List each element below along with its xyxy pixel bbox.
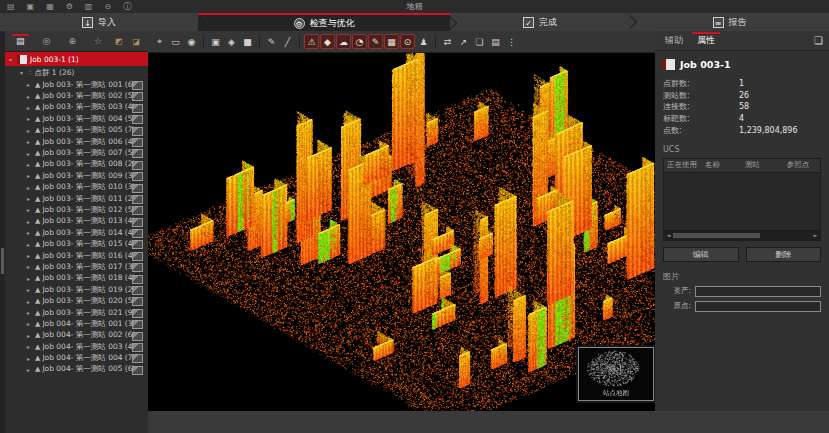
- tree-station-row[interactable]: ▸▲Job 004- 第一测站 001 (3): [5, 318, 148, 329]
- tree-root-job[interactable]: ▾ Job 003-1 (1): [5, 52, 148, 66]
- swap-icon[interactable]: ⇄: [440, 34, 455, 49]
- photo-thumbnail-icon[interactable]: [132, 206, 143, 215]
- photo-thumbnail-icon[interactable]: [132, 263, 143, 272]
- tree-station-row[interactable]: ▸▲Job 003- 第一测站 008 (2): [5, 159, 148, 170]
- expand-arrow-icon[interactable]: ▸: [27, 138, 35, 145]
- marker-tag-icon[interactable]: ◆: [320, 34, 335, 49]
- photo-thumbnail-icon[interactable]: [132, 184, 143, 193]
- expand-arrow-icon[interactable]: ▸: [27, 332, 35, 339]
- tree-station-row[interactable]: ▸▲Job 003- 第一测站 017 (3): [5, 261, 148, 272]
- tree-station-row[interactable]: ▸▲Job 003- 第一测站 011 (2): [5, 193, 148, 204]
- edit-button[interactable]: 编辑: [663, 247, 739, 262]
- tab-attachments-icon[interactable]: ◎: [37, 34, 57, 49]
- photo-thumbnail-icon[interactable]: [132, 218, 143, 227]
- cascade-windows-icon[interactable]: ❏: [814, 35, 826, 46]
- expand-arrow-icon[interactable]: ▸: [27, 195, 35, 202]
- folder-icon[interactable]: ▣: [27, 3, 35, 11]
- delete-icon[interactable]: ▥: [85, 3, 93, 11]
- expand-arrow-icon[interactable]: ▸: [27, 252, 35, 259]
- export-icon[interactable]: ↗: [456, 34, 471, 49]
- marker-pin-icon[interactable]: ⊙: [400, 34, 415, 49]
- collapse-arrow-icon[interactable]: ▾: [9, 56, 17, 63]
- photo-thumbnail-icon[interactable]: [132, 275, 143, 284]
- photo-thumbnail-icon[interactable]: [132, 286, 143, 295]
- expand-arrow-icon[interactable]: ▸: [27, 241, 35, 248]
- marker-warning-icon[interactable]: ⚠: [304, 34, 319, 49]
- workflow-step-report[interactable]: ≡报告: [630, 13, 829, 31]
- photo-thumbnail-icon[interactable]: [132, 92, 143, 101]
- photo-thumbnail-icon[interactable]: [132, 320, 143, 329]
- filter-stations-icon[interactable]: ◩: [112, 35, 126, 48]
- photo-thumbnail-icon[interactable]: [132, 252, 143, 261]
- expand-arrow-icon[interactable]: ▸: [27, 320, 35, 327]
- more-icon[interactable]: ⋮: [504, 34, 519, 49]
- photo-thumbnail-icon[interactable]: [132, 309, 143, 318]
- measure-line-icon[interactable]: ╱: [280, 34, 295, 49]
- collapse-arrow-icon[interactable]: ▾: [20, 69, 28, 76]
- photo-thumbnail-icon[interactable]: [132, 229, 143, 238]
- photo-thumbnail-icon[interactable]: [132, 115, 143, 124]
- tree-station-row[interactable]: ▸▲Job 003- 第一测站 009 (3): [5, 170, 148, 181]
- scroll-right-icon[interactable]: ►: [811, 231, 820, 240]
- photo-thumbnail-icon[interactable]: [132, 149, 143, 158]
- photo-thumbnail-icon[interactable]: [132, 366, 143, 375]
- photo-thumbnail-icon[interactable]: [132, 138, 143, 147]
- photo-thumbnail-icon[interactable]: [132, 172, 143, 181]
- origin-field[interactable]: [695, 301, 821, 312]
- expand-arrow-icon[interactable]: ▸: [27, 355, 35, 362]
- tree-station-row[interactable]: ▸▲Job 003- 第一测站 013 (4): [5, 216, 148, 227]
- expand-arrow-icon[interactable]: ▸: [27, 286, 35, 293]
- photo-thumbnail-icon[interactable]: [132, 297, 143, 306]
- rectangle-select-icon[interactable]: ▭: [168, 34, 183, 49]
- tree-station-row[interactable]: ▸▲Job 003- 第一测站 019 (2): [5, 284, 148, 295]
- photo-thumbnail-icon[interactable]: [132, 332, 143, 341]
- expand-arrow-icon[interactable]: ▸: [27, 366, 35, 373]
- tree-station-row[interactable]: ▸▲Job 004- 第一测站 004 (7): [5, 352, 148, 363]
- info-icon[interactable]: ⓘ: [123, 3, 131, 11]
- tree-station-row[interactable]: ▸▲Job 003- 第一测站 005 (7): [5, 125, 148, 136]
- tree-cluster-row[interactable]: ▾ ∴ 点群 1 (26): [5, 66, 148, 79]
- marker-sphere-icon[interactable]: ◔: [352, 34, 367, 49]
- ucs-hscroll-thumb[interactable]: [673, 233, 760, 238]
- marker-cloud-icon[interactable]: ☁: [336, 34, 351, 49]
- tree-scrollbar-thumb[interactable]: [1, 248, 4, 274]
- tree-station-row[interactable]: ▸▲Job 003- 第一测站 018 (4): [5, 273, 148, 284]
- photo-thumbnail-icon[interactable]: [132, 104, 143, 113]
- workflow-step-inspect-optimize[interactable]: ⚙检查与优化: [198, 13, 450, 31]
- delete-button[interactable]: 删除: [746, 247, 822, 262]
- zoom-select-icon[interactable]: ◉: [184, 34, 199, 49]
- expand-arrow-icon[interactable]: ▸: [27, 263, 35, 270]
- expand-arrow-icon[interactable]: ▸: [27, 309, 35, 316]
- photo-thumbnail-icon[interactable]: [132, 81, 143, 90]
- expand-arrow-icon[interactable]: ▸: [27, 115, 35, 122]
- marker-pencil-icon[interactable]: ✎: [368, 34, 383, 49]
- ucs-hscrollbar[interactable]: ◄ ►: [664, 230, 820, 240]
- expand-arrow-icon[interactable]: ▸: [27, 93, 35, 100]
- photo-thumbnail-icon[interactable]: [132, 195, 143, 204]
- expand-arrow-icon[interactable]: ▸: [27, 127, 35, 134]
- expand-arrow-icon[interactable]: ▸: [27, 206, 35, 213]
- expand-arrow-icon[interactable]: ▸: [27, 275, 35, 282]
- expand-arrow-icon[interactable]: ▸: [27, 184, 35, 191]
- settings-gear-icon[interactable]: ⚙: [66, 3, 73, 11]
- viewport-3d[interactable]: ⌖▭◉▣◈■✎╱⚠◆☁◔✎▦⊙♟⇄↗❏▤⋮ 站点地图: [148, 31, 655, 411]
- measure-pen-icon[interactable]: ✎: [264, 34, 279, 49]
- tree-station-row[interactable]: ▸▲Job 003- 第一测站 014 (4): [5, 227, 148, 238]
- photo-thumbnail-icon[interactable]: [132, 240, 143, 249]
- tree-station-row[interactable]: ▸▲Job 003- 第一测站 004 (5): [5, 113, 148, 124]
- tree-station-row[interactable]: ▸▲Job 003- 第一测站 001 (6): [5, 79, 148, 90]
- scroll-left-icon[interactable]: ◄: [664, 231, 673, 240]
- tab-favorites-icon[interactable]: ☆: [88, 34, 108, 49]
- snapshot-icon[interactable]: ❏: [472, 34, 487, 49]
- expand-arrow-icon[interactable]: ▸: [27, 150, 35, 157]
- photo-thumbnail-icon[interactable]: [132, 161, 143, 170]
- tab-properties[interactable]: 属性: [690, 32, 722, 49]
- ucs-table-body[interactable]: [664, 173, 820, 230]
- expand-arrow-icon[interactable]: ▸: [27, 172, 35, 179]
- expand-arrow-icon[interactable]: ▸: [27, 161, 35, 168]
- tree-station-row[interactable]: ▸▲Job 004- 第一测站 005 (6): [5, 364, 148, 375]
- photo-thumbnail-icon[interactable]: [132, 127, 143, 136]
- expand-arrow-icon[interactable]: ▸: [27, 298, 35, 305]
- workflow-step-finish[interactable]: ✓完成: [450, 13, 630, 31]
- expand-arrow-icon[interactable]: ▸: [27, 229, 35, 236]
